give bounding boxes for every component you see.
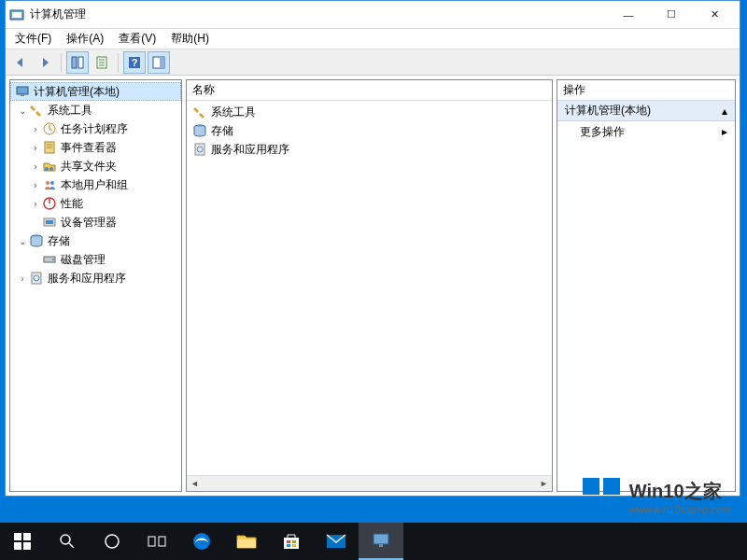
tree-panel[interactable]: 计算机管理(本地) ⌄ 系统工具 › 任务计划程序 › 事件查看器 — [9, 79, 182, 492]
tree-local-users[interactable]: › 本地用户和组 — [10, 175, 181, 194]
list-item-label: 系统工具 — [211, 105, 256, 120]
tree-label: 共享文件夹 — [61, 159, 117, 175]
mail-button[interactable] — [314, 523, 359, 560]
expander-closed-icon[interactable]: › — [29, 124, 42, 134]
svg-rect-41 — [237, 539, 256, 548]
list-item-system-tools[interactable]: 系统工具 — [189, 103, 550, 121]
shared-folder-icon — [42, 159, 57, 174]
tree-storage[interactable]: ⌄ 存储 — [10, 231, 181, 250]
tree-root[interactable]: 计算机管理(本地) — [10, 82, 181, 101]
app-icon — [9, 7, 24, 22]
svg-point-37 — [106, 535, 119, 548]
svg-point-16 — [50, 181, 54, 185]
menu-help[interactable]: 帮助(H) — [167, 29, 213, 49]
expander-open-icon[interactable]: ⌄ — [16, 236, 29, 246]
svg-point-14 — [49, 167, 53, 171]
tree-label: 系统工具 — [48, 103, 92, 119]
search-button[interactable] — [45, 523, 90, 560]
chevron-right-icon: ▸ — [722, 125, 727, 138]
show-hide-tree-button[interactable] — [66, 51, 89, 74]
svg-rect-29 — [603, 478, 620, 495]
help-button[interactable]: ? — [123, 51, 146, 74]
expander-closed-icon[interactable]: › — [29, 180, 42, 190]
tools-icon — [192, 105, 207, 119]
svg-rect-42 — [284, 538, 299, 549]
svg-text:?: ? — [132, 57, 138, 68]
window-title: 计算机管理 — [30, 7, 607, 22]
task-view-button[interactable] — [134, 523, 179, 560]
svg-rect-34 — [14, 542, 21, 550]
svg-rect-46 — [292, 544, 296, 547]
expander-closed-icon[interactable]: › — [16, 273, 29, 284]
tree-device-manager[interactable]: 设备管理器 — [10, 213, 181, 231]
svg-rect-10 — [21, 94, 24, 96]
computer-management-taskbar[interactable] — [359, 523, 403, 560]
svg-rect-3 — [78, 57, 83, 68]
back-button[interactable] — [9, 51, 32, 74]
list-item-label: 服务和应用程序 — [211, 142, 289, 158]
svg-rect-49 — [379, 544, 383, 547]
scroll-right-icon[interactable]: ► — [536, 476, 552, 492]
maximize-button[interactable]: ☐ — [650, 1, 693, 29]
edge-button[interactable] — [179, 523, 224, 560]
expander-closed-icon[interactable]: › — [29, 143, 42, 153]
forward-button[interactable] — [34, 51, 56, 74]
svg-rect-8 — [160, 57, 164, 68]
tree-services-apps[interactable]: › 服务和应用程序 — [10, 269, 181, 287]
list-item-storage[interactable]: 存储 — [189, 121, 550, 140]
device-icon — [42, 215, 57, 230]
tree-label: 计算机管理(本地) — [34, 84, 120, 100]
action-section[interactable]: 计算机管理(本地) ▴ — [557, 101, 735, 121]
svg-rect-2 — [72, 57, 77, 68]
svg-rect-28 — [583, 478, 599, 495]
disk-icon — [42, 252, 57, 267]
svg-point-36 — [61, 535, 70, 544]
tree-performance[interactable]: › 性能 — [10, 194, 181, 213]
action-header: 操作 — [557, 80, 735, 101]
cortana-button[interactable] — [90, 523, 134, 560]
svg-point-22 — [52, 259, 54, 260]
tree-disk-management[interactable]: 磁盘管理 — [10, 250, 181, 269]
collapse-icon[interactable]: ▴ — [722, 105, 727, 118]
list-item-services[interactable]: 服务和应用程序 — [189, 140, 550, 159]
svg-point-15 — [46, 181, 49, 185]
tree-label: 本地用户和组 — [61, 177, 128, 193]
services-icon — [29, 271, 44, 286]
close-button[interactable]: ✕ — [693, 1, 736, 29]
svg-rect-33 — [23, 533, 31, 540]
column-name: 名称 — [192, 82, 215, 98]
show-hide-action-button[interactable] — [148, 51, 170, 74]
svg-rect-39 — [159, 537, 165, 546]
tree-system-tools[interactable]: ⌄ 系统工具 — [10, 101, 181, 119]
list-body[interactable]: 系统工具 存储 服务和应用程序 — [187, 101, 552, 475]
tree-task-scheduler[interactable]: › 任务计划程序 — [10, 119, 181, 138]
explorer-button[interactable] — [224, 523, 269, 560]
menu-file[interactable]: 文件(F) — [11, 29, 55, 49]
titlebar[interactable]: 计算机管理 — ☐ ✕ — [6, 1, 740, 29]
minimize-button[interactable]: — — [607, 1, 650, 29]
expander-closed-icon[interactable]: › — [29, 161, 42, 172]
expander-open-icon[interactable]: ⌄ — [16, 105, 29, 116]
taskbar[interactable] — [0, 523, 747, 560]
tree-label: 服务和应用程序 — [48, 271, 126, 287]
clock-icon — [42, 121, 57, 136]
store-button[interactable] — [269, 523, 314, 560]
expander-closed-icon[interactable]: › — [29, 199, 42, 209]
tree-event-viewer[interactable]: › 事件查看器 — [10, 138, 181, 157]
svg-rect-43 — [287, 540, 290, 543]
toolbar-separator — [118, 53, 119, 72]
horizontal-scrollbar[interactable]: ◄ ► — [187, 475, 552, 491]
list-column-header[interactable]: 名称 — [187, 80, 552, 101]
watermark: Win10之家 www.win10xitong.com — [581, 476, 730, 517]
properties-button[interactable] — [91, 51, 113, 74]
menubar: 文件(F) 操作(A) 查看(V) 帮助(H) — [6, 29, 740, 49]
users-icon — [42, 177, 57, 192]
scroll-left-icon[interactable]: ◄ — [187, 476, 203, 492]
start-button[interactable] — [0, 523, 45, 560]
svg-rect-19 — [46, 220, 53, 224]
menu-action[interactable]: 操作(A) — [63, 29, 107, 49]
action-section-title: 计算机管理(本地) — [565, 103, 651, 119]
action-more[interactable]: 更多操作 ▸ — [557, 121, 735, 142]
tree-shared-folders[interactable]: › 共享文件夹 — [10, 157, 181, 175]
menu-view[interactable]: 查看(V) — [115, 29, 160, 49]
